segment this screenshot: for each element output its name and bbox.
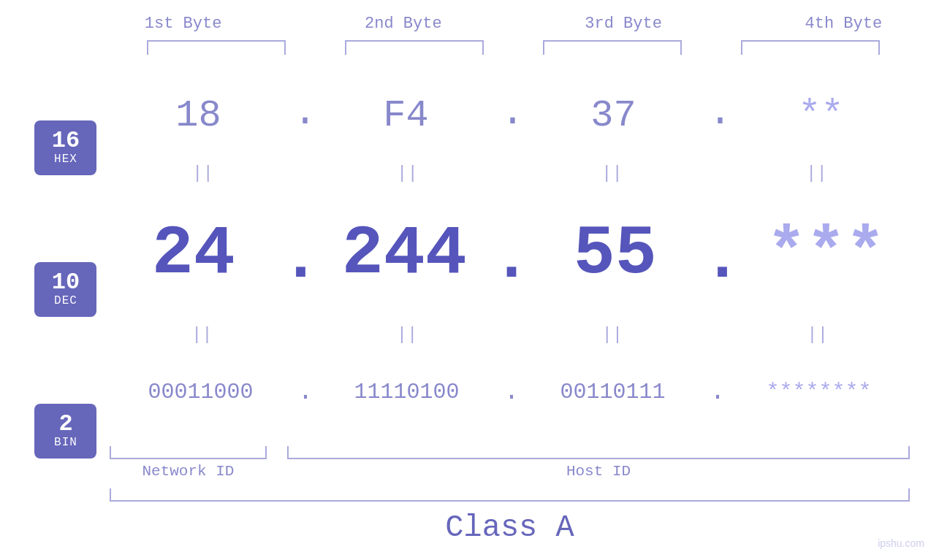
- hex-val2: F4: [317, 94, 495, 137]
- hex-label: HEX: [54, 153, 77, 166]
- top-bracket-4: [741, 40, 880, 55]
- hex-number: 16: [52, 129, 80, 153]
- eq2-1: ||: [110, 325, 294, 345]
- bin-val3: 00110111: [522, 380, 704, 404]
- eq1-4: ||: [723, 164, 910, 183]
- equals-row-1: || || || ||: [110, 162, 910, 184]
- bracket-cell-4: [712, 40, 910, 55]
- bin-val4-group: ********: [728, 380, 910, 404]
- eq2-4: ||: [725, 325, 910, 345]
- byte3-header: 3rd Byte: [514, 15, 734, 33]
- dec-val3: 55: [531, 215, 699, 294]
- dec-val2: 244: [320, 215, 488, 294]
- dec-val3-group: 55: [531, 215, 703, 294]
- bin-val1-group: 00011000: [110, 380, 295, 404]
- byte1-header: 1st Byte: [73, 15, 293, 33]
- dec-badge: 10 DEC: [34, 262, 96, 317]
- byte4-header: 4th Byte: [734, 15, 939, 33]
- bracket-cell-3: [514, 40, 712, 55]
- top-brackets: [117, 40, 910, 55]
- bin-dot1: .: [295, 377, 316, 407]
- hex-val2-group: F4: [317, 94, 501, 137]
- dec-dot1: .: [281, 226, 320, 292]
- dec-val1-group: 24: [110, 215, 281, 294]
- net-bracket: [110, 446, 267, 459]
- top-bracket-1: [147, 40, 286, 55]
- class-label: Class A: [110, 510, 910, 545]
- hex-dot1: .: [293, 90, 317, 142]
- hex-val4: **: [732, 94, 910, 137]
- byte-headers: 1st Byte 2nd Byte 3rd Byte 4th Byte: [73, 15, 939, 33]
- rows-container: 18 . F4 . 37 . ** || ||: [110, 69, 910, 545]
- hex-badge: 16 HEX: [34, 120, 96, 175]
- host-bracket: [287, 446, 910, 459]
- watermark: ipshu.com: [878, 537, 924, 549]
- dec-label: DEC: [54, 294, 77, 307]
- bin-val3-group: 00110111: [522, 380, 707, 404]
- labels-column: 16 HEX 10 DEC 2 BIN: [29, 69, 110, 545]
- dec-val4-group: ***: [742, 217, 911, 291]
- bin-label: BIN: [54, 436, 77, 449]
- equals-row-2: || || || ||: [110, 324, 910, 346]
- bracket-cell-1: [117, 40, 315, 55]
- bin-dot3: .: [707, 377, 728, 407]
- bottom-labels: Network ID Host ID: [110, 463, 910, 480]
- bracket-cell-2: [315, 40, 513, 55]
- eq2-2: ||: [315, 325, 500, 345]
- bin-badge: 2 BIN: [34, 404, 96, 459]
- dec-val1: 24: [110, 215, 278, 294]
- content-area: 16 HEX 10 DEC 2 BIN 18 . F4: [29, 69, 910, 545]
- bin-val2-group: 11110100: [316, 380, 501, 404]
- bin-val1: 00011000: [110, 380, 292, 404]
- outer-bracket: [110, 488, 910, 502]
- eq1-3: ||: [519, 164, 705, 183]
- eq2-3: ||: [520, 325, 705, 345]
- eq1-2: ||: [314, 164, 501, 183]
- network-id-label: Network ID: [110, 463, 267, 480]
- bin-val2: 11110100: [316, 380, 498, 404]
- hex-val1-group: 18: [110, 94, 293, 137]
- bin-row: 00011000 . 11110100 . 00110111 . *******…: [110, 346, 910, 439]
- dec-number: 10: [52, 271, 80, 294]
- main-container: 1st Byte 2nd Byte 3rd Byte 4th Byte 16 H…: [0, 0, 939, 560]
- top-bracket-3: [543, 40, 682, 55]
- hex-val4-group: **: [732, 94, 910, 137]
- hex-row: 18 . F4 . 37 . **: [110, 69, 910, 162]
- bottom-brackets: [110, 446, 910, 459]
- bin-dot2: .: [501, 377, 522, 407]
- top-bracket-2: [345, 40, 484, 55]
- eq1-1: ||: [110, 164, 296, 183]
- hex-dot3: .: [708, 90, 732, 142]
- hex-val3-group: 37: [525, 94, 708, 137]
- host-id-label: Host ID: [287, 463, 910, 480]
- byte2-header: 2nd Byte: [293, 15, 513, 33]
- bin-val4: ********: [728, 380, 910, 404]
- hex-val3: 37: [525, 94, 702, 137]
- hex-dot2: .: [501, 90, 525, 142]
- dec-dot2: .: [492, 226, 531, 292]
- bin-number: 2: [58, 413, 72, 436]
- dec-row: 24 . 244 . 55 . ***: [110, 184, 910, 323]
- hex-val1: 18: [110, 94, 287, 137]
- dec-dot3: .: [703, 226, 742, 292]
- dec-val4: ***: [742, 217, 911, 291]
- dec-val2-group: 244: [320, 215, 492, 294]
